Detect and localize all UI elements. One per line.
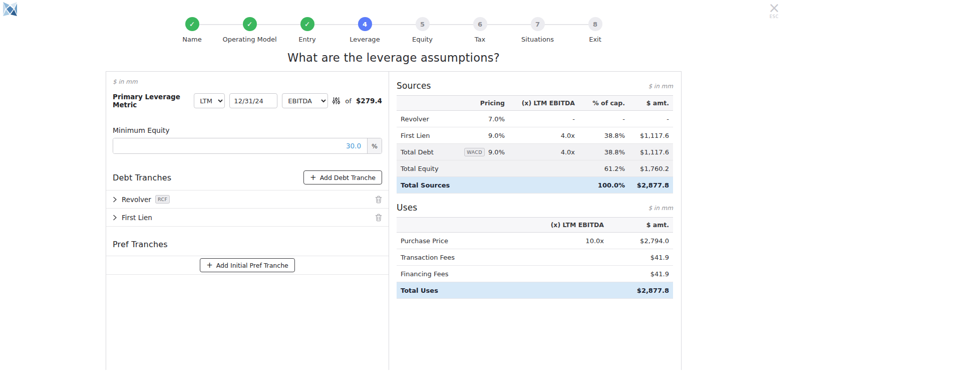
column-header: $ amt. bbox=[629, 96, 673, 111]
stepper-step-situations[interactable]: 7Situations bbox=[509, 17, 566, 43]
amount-cell: $41.9 bbox=[608, 249, 673, 266]
check-icon: ✓ bbox=[300, 17, 314, 31]
pricing-cell: 7.0% bbox=[454, 111, 509, 127]
step-label: Equity bbox=[412, 36, 433, 43]
column-header: (x) LTM EBITDA bbox=[509, 96, 579, 111]
chevron-right-icon bbox=[113, 197, 117, 203]
debt-tranche-list: RevolverRCFFirst Lien bbox=[106, 190, 389, 227]
ltm-ebitda-cell: - bbox=[509, 111, 579, 127]
step-label: Entry bbox=[298, 36, 316, 43]
step-label: Leverage bbox=[350, 36, 380, 43]
ltm-ebitda-cell bbox=[509, 160, 579, 177]
stepper-steps: ✓Name✓Operating Model✓Entry4Leverage5Equ… bbox=[163, 17, 624, 43]
trash-icon[interactable] bbox=[375, 196, 382, 204]
uses-body: Purchase Price10.0x$2,794.0Transaction F… bbox=[397, 233, 673, 299]
wizard-stepper: ✓Name✓Operating Model✓Entry4Leverage5Equ… bbox=[163, 17, 624, 43]
plus-icon: + bbox=[310, 174, 316, 181]
column-header: % of cap. bbox=[579, 96, 629, 111]
row-label: Financing Fees bbox=[397, 266, 467, 282]
amount-cell: $1,117.6 bbox=[629, 144, 673, 160]
close-button[interactable]: × ESC bbox=[765, 2, 784, 19]
chevron-right-icon bbox=[113, 215, 117, 221]
row-label: Purchase Price bbox=[397, 233, 467, 249]
stepper-step-tax[interactable]: 6Tax bbox=[451, 17, 509, 43]
close-icon: × bbox=[765, 2, 784, 14]
sources-header-row: Pricing(x) LTM EBITDA% of cap.$ amt. bbox=[397, 96, 673, 111]
column-header: $ amt. bbox=[608, 218, 673, 233]
sources-units-label: $ in mm bbox=[648, 83, 673, 90]
step-label: Exit bbox=[589, 36, 601, 43]
row-label: Total Equity bbox=[397, 160, 454, 177]
step-label: Situations bbox=[521, 36, 554, 43]
units-label: $ in mm bbox=[113, 78, 382, 85]
filter-sliders-icon[interactable] bbox=[333, 97, 340, 105]
row-label: Total Sources bbox=[397, 177, 454, 194]
stepper-step-exit[interactable]: 8Exit bbox=[566, 17, 624, 43]
debt-tranches-header: Debt Tranches + Add Debt Tranche bbox=[113, 170, 382, 184]
pct-of-cap-cell: 38.8% bbox=[579, 127, 629, 144]
metric-select[interactable]: EBITDA bbox=[282, 93, 328, 108]
column-header bbox=[397, 218, 467, 233]
pricing-cell: 9.0% bbox=[454, 127, 509, 144]
tranche-type-badge: RCF bbox=[155, 195, 170, 204]
check-icon: ✓ bbox=[185, 17, 199, 31]
tranche-name: Revolver bbox=[122, 196, 151, 204]
step-label: Tax bbox=[475, 36, 485, 43]
add-debt-tranche-button[interactable]: + Add Debt Tranche bbox=[303, 170, 382, 184]
sources-row-first-lien: First Lien9.0%4.0x38.8%$1,117.6 bbox=[397, 127, 673, 144]
add-initial-pref-tranche-button[interactable]: + Add Initial Pref Tranche bbox=[200, 258, 295, 272]
ltm-ebitda-cell: 10.0x bbox=[467, 233, 608, 249]
minimum-equity-input[interactable] bbox=[113, 138, 367, 153]
period-select[interactable]: LTM bbox=[194, 93, 225, 108]
stepper-step-entry[interactable]: ✓Entry bbox=[278, 17, 336, 43]
stepper-step-leverage[interactable]: 4Leverage bbox=[336, 17, 394, 43]
stepper-step-name[interactable]: ✓Name bbox=[163, 17, 221, 43]
column-header bbox=[397, 96, 454, 111]
row-label: Transaction Fees bbox=[397, 249, 467, 266]
pricing-cell bbox=[454, 177, 509, 194]
uses-table: (x) LTM EBITDA$ amt. Purchase Price10.0x… bbox=[397, 217, 673, 299]
as-of-date-input[interactable] bbox=[229, 93, 277, 108]
ltm-ebitda-cell bbox=[467, 282, 608, 299]
stepper-step-equity[interactable]: 5Equity bbox=[394, 17, 451, 43]
pct-of-cap-cell: 100.0% bbox=[579, 177, 629, 194]
wizard-content: ✓Name✓Operating Model✓Entry4Leverage5Equ… bbox=[106, 17, 682, 370]
sources-row-total-sources: Total Sources100.0%$2,877.8 bbox=[397, 177, 673, 194]
tranche-name: First Lien bbox=[122, 214, 152, 222]
uses-row-financing-fees: Financing Fees$41.9 bbox=[397, 266, 673, 282]
stepper-step-operating-model[interactable]: ✓Operating Model bbox=[221, 17, 278, 43]
trash-icon[interactable] bbox=[375, 214, 382, 222]
step-number: 6 bbox=[473, 17, 487, 31]
amount-cell: $1,117.6 bbox=[629, 127, 673, 144]
debt-tranches-heading: Debt Tranches bbox=[113, 173, 171, 182]
primary-leverage-metric-row: Primary Leverage Metric LTM EBITDA bbox=[113, 93, 382, 109]
sources-table: Pricing(x) LTM EBITDA% of cap.$ amt. Rev… bbox=[397, 95, 673, 194]
ltm-ebitda-cell: 4.0x bbox=[509, 127, 579, 144]
uses-heading: Uses bbox=[397, 203, 417, 213]
primary-leverage-metric-label: Primary Leverage Metric bbox=[113, 93, 194, 109]
uses-header: Uses $ in mm bbox=[397, 203, 673, 213]
step-number: 4 bbox=[358, 17, 372, 31]
ltm-ebitda-cell: 4.0x bbox=[509, 144, 579, 160]
sources-header: Sources $ in mm bbox=[397, 81, 673, 91]
mosaic-logo bbox=[3, 2, 18, 17]
esc-label: ESC bbox=[765, 15, 784, 19]
uses-row-total-uses: Total Uses$2,877.8 bbox=[397, 282, 673, 299]
step-label: Operating Model bbox=[222, 36, 276, 43]
check-icon: ✓ bbox=[243, 17, 257, 31]
leverage-card: $ in mm Primary Leverage Metric LTM EBIT… bbox=[106, 71, 682, 370]
uses-header-row: (x) LTM EBITDA$ amt. bbox=[397, 218, 673, 233]
percent-suffix: % bbox=[367, 138, 382, 153]
debt-tranche-row-revolver[interactable]: RevolverRCF bbox=[106, 191, 389, 209]
amount-cell: $41.9 bbox=[608, 266, 673, 282]
amount-cell: $2,877.8 bbox=[608, 282, 673, 299]
add-debt-tranche-label: Add Debt Tranche bbox=[320, 174, 376, 181]
row-label: Total Debt bbox=[397, 144, 454, 160]
debt-tranche-row-first-lien[interactable]: First Lien bbox=[106, 209, 389, 227]
amount-cell: - bbox=[629, 111, 673, 127]
column-header: (x) LTM EBITDA bbox=[467, 218, 608, 233]
row-label: Total Uses bbox=[397, 282, 467, 299]
step-label: Name bbox=[182, 36, 201, 43]
amount-cell: $2,794.0 bbox=[608, 233, 673, 249]
step-number: 5 bbox=[416, 17, 430, 31]
